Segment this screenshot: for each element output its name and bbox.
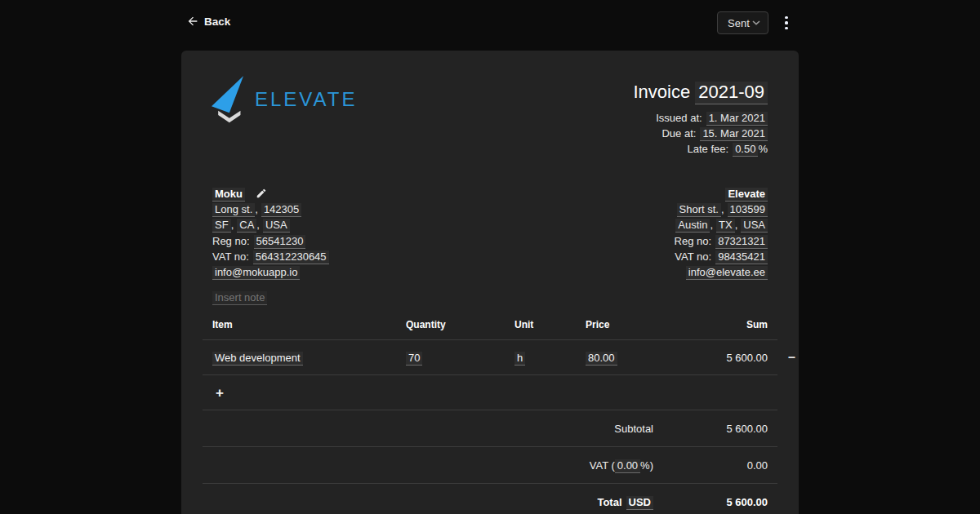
vat-suffix: %) <box>640 459 653 472</box>
kebab-menu-button[interactable] <box>781 13 792 33</box>
late-fee-field[interactable]: 0.50 <box>733 143 758 157</box>
vat-label: VAT (0.00%) <box>212 459 653 472</box>
seller-reg-field[interactable]: 87321321 <box>715 235 768 249</box>
table-row: Web development 70 h 80.00 5 600.00 – <box>203 340 777 375</box>
seller-email-line: info@elevate.ee <box>675 264 768 280</box>
separator: , <box>735 219 738 231</box>
total-label-text: Total <box>597 496 621 508</box>
client-address-block: Moku Long st.,142305 SF,CA,USA Reg no:56… <box>212 186 329 280</box>
invoice-title: Invoice 2021-09 <box>633 82 768 103</box>
vat-prefix: VAT ( <box>590 459 615 472</box>
seller-email-field[interactable]: info@elevate.ee <box>686 266 768 280</box>
client-city-field[interactable]: SF <box>212 219 231 233</box>
unit-field[interactable]: h <box>514 352 525 366</box>
separator: , <box>231 219 234 231</box>
insert-note-button[interactable]: Insert note <box>212 291 267 304</box>
vat-row: VAT (0.00%) 0.00 <box>203 447 777 484</box>
separator: , <box>710 219 713 231</box>
header-quantity: Quantity <box>406 319 514 330</box>
separator: , <box>255 203 258 215</box>
late-fee-label: Late fee: <box>688 143 729 155</box>
brand-logo: ELEVATE <box>209 75 357 124</box>
seller-street-field[interactable]: Short st. <box>677 203 721 217</box>
back-arrow-icon <box>186 15 199 28</box>
invoice-title-label: Invoice <box>633 82 690 102</box>
price-cell: 80.00 <box>586 352 684 364</box>
subtotal-value: 5 600.00 <box>653 423 768 435</box>
header-item: Item <box>212 319 406 330</box>
total-currency-field[interactable]: USD <box>626 496 653 510</box>
quantity-cell: 70 <box>406 352 514 364</box>
client-email-field[interactable]: info@mokuapp.io <box>212 266 300 280</box>
separator: , <box>256 219 260 231</box>
client-vat-line: VAT no:564312230645 <box>212 249 329 264</box>
line-items-table: Item Quantity Unit Price Sum Web develop… <box>203 310 777 514</box>
back-label: Back <box>204 16 230 28</box>
invoice-number-field[interactable]: 2021-09 <box>695 82 768 104</box>
separator: , <box>721 203 724 215</box>
seller-reg-line: Reg no:87321321 <box>675 233 768 249</box>
vat-rate-field[interactable]: 0.00 <box>615 459 640 473</box>
late-fee-suffix: % <box>758 143 768 155</box>
price-field[interactable]: 80.00 <box>586 352 617 366</box>
header-unit: Unit <box>514 319 586 330</box>
item-name-field[interactable]: Web development <box>212 352 303 366</box>
issued-at-field[interactable]: 1. Mar 2021 <box>706 112 768 126</box>
client-email-line: info@mokuapp.io <box>212 264 329 280</box>
seller-city-field[interactable]: Austin <box>675 219 710 233</box>
brand-name: ELEVATE <box>255 88 357 111</box>
table-header-row: Item Quantity Unit Price Sum <box>203 310 777 340</box>
unit-cell: h <box>514 352 586 364</box>
kebab-dot <box>785 16 788 20</box>
client-street-field[interactable]: Long st. <box>212 203 255 217</box>
subtotal-row: Subtotal 5 600.00 <box>203 410 777 447</box>
add-row-section: + <box>203 375 777 410</box>
quantity-field[interactable]: 70 <box>406 352 422 366</box>
sum-cell: 5 600.00 <box>684 352 768 364</box>
due-at-field[interactable]: 15. Mar 2021 <box>700 127 768 141</box>
client-reg-label: Reg no: <box>212 235 250 247</box>
seller-vat-field[interactable]: 98435421 <box>715 250 768 264</box>
seller-zip-field[interactable]: 103599 <box>728 203 768 217</box>
item-cell: Web development <box>212 352 406 364</box>
kebab-dot <box>785 27 788 30</box>
due-at-label: Due at: <box>662 127 696 140</box>
due-at-line: Due at:15. Mar 2021 <box>633 126 768 141</box>
client-country-field[interactable]: USA <box>263 219 290 233</box>
client-reg-field[interactable]: 56541230 <box>254 235 306 249</box>
invoice-card: ELEVATE Invoice 2021-09 Issued at:1. Mar… <box>181 51 799 514</box>
seller-country-field[interactable]: USA <box>741 219 768 233</box>
seller-name-field[interactable]: Elevate <box>725 188 768 202</box>
seller-region-field[interactable]: TX <box>716 219 735 233</box>
client-vat-label: VAT no: <box>212 250 249 263</box>
late-fee-line: Late fee:0.50% <box>633 141 768 157</box>
edit-pencil-icon[interactable] <box>256 188 267 199</box>
client-reg-line: Reg no:56541230 <box>212 233 329 249</box>
subtotal-label: Subtotal <box>212 423 653 435</box>
paper-plane-icon <box>209 75 247 124</box>
client-vat-field[interactable]: 564312230645 <box>253 250 329 264</box>
total-value: 5 600.00 <box>653 496 768 508</box>
issued-at-line: Issued at:1. Mar 2021 <box>633 110 768 126</box>
kebab-dot <box>785 21 788 24</box>
seller-city-line: Austin,TX,USA <box>675 217 768 233</box>
add-row-button[interactable]: + <box>212 386 227 400</box>
vat-value: 0.00 <box>653 459 768 472</box>
remove-row-button[interactable]: – <box>788 351 795 364</box>
client-region-field[interactable]: CA <box>237 219 256 233</box>
client-name-line: Moku <box>212 186 329 202</box>
client-city-line: SF,CA,USA <box>212 217 329 233</box>
chevron-down-icon <box>752 20 760 25</box>
seller-vat-label: VAT no: <box>675 250 711 263</box>
invoice-meta: Invoice 2021-09 Issued at:1. Mar 2021 Du… <box>633 82 768 157</box>
seller-street-line: Short st.,103599 <box>675 202 768 217</box>
back-button[interactable]: Back <box>186 12 230 30</box>
seller-name-line: Elevate <box>675 186 768 202</box>
status-dropdown[interactable]: Sent <box>717 11 768 34</box>
client-zip-field[interactable]: 142305 <box>261 203 301 217</box>
seller-reg-label: Reg no: <box>675 235 712 247</box>
header-price: Price <box>586 319 684 330</box>
client-street-line: Long st.,142305 <box>212 202 329 217</box>
insert-note-placeholder: Insert note <box>212 291 267 305</box>
client-name-field[interactable]: Moku <box>212 188 245 202</box>
